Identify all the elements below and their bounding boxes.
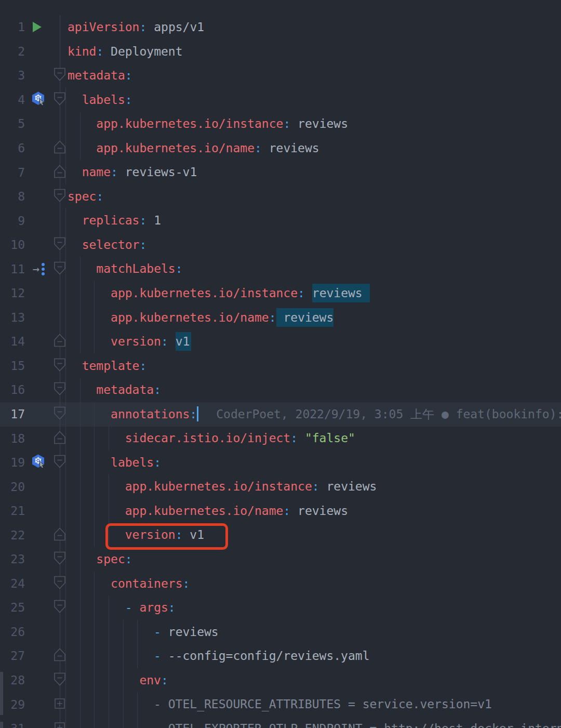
code-line-16[interactable]: 16metadata:	[0, 378, 561, 402]
fold-marker-expanded[interactable]	[53, 454, 66, 471]
code-line-8[interactable]: 8spec:	[0, 184, 561, 209]
fold-marker-expanded[interactable]	[53, 236, 66, 253]
code-line-26[interactable]: 26- reviews	[0, 620, 561, 644]
goto-related-icon[interactable]: →	[32, 263, 44, 275]
code-text[interactable]: selector:	[68, 233, 561, 257]
code-area[interactable]: 1apiVersion: apps/v12kind: Deployment3me…	[0, 15, 561, 728]
fold-marker-expanded[interactable]	[53, 67, 66, 84]
code-text[interactable]: app.kubernetes.io/instance: reviews	[68, 474, 561, 499]
fold-marker-expanded[interactable]	[53, 188, 66, 205]
code-text[interactable]: app.kubernetes.io/name: reviews	[68, 499, 561, 523]
yaml-key: template	[82, 359, 140, 373]
code-text[interactable]: app.kubernetes.io/name: reviews	[68, 136, 561, 161]
code-line-31[interactable]: 31- OTEL_EXPORTER_OTLP_ENDPOINT = http:/…	[0, 717, 561, 728]
code-line-25[interactable]: 25- args:	[0, 595, 561, 620]
code-line-15[interactable]: 15template:	[0, 354, 561, 378]
code-text[interactable]: labels:	[68, 88, 561, 112]
line-number: 19	[0, 456, 25, 469]
code-line-17[interactable]: 17annotations:CoderPoet, 2022/9/19, 3:05…	[0, 402, 561, 427]
code-text[interactable]: spec:	[68, 547, 561, 572]
code-line-11[interactable]: 11→matchLabels:	[0, 257, 561, 281]
fold-marker-region-end[interactable]	[53, 647, 66, 664]
code-line-28[interactable]: 28env:	[0, 668, 561, 693]
code-line-18[interactable]: 18sidecar.istio.io/inject: "false"	[0, 426, 561, 451]
indent-guide	[65, 499, 66, 523]
yaml-value: reviews	[161, 625, 219, 639]
code-line-3[interactable]: 3metadata:	[0, 63, 561, 88]
code-text[interactable]: labels:	[68, 451, 561, 475]
code-text[interactable]: spec:	[68, 184, 561, 209]
fold-marker-expanded[interactable]	[53, 599, 66, 616]
yaml-key: app.kubernetes.io/instance	[125, 480, 312, 493]
line-number: 20	[0, 480, 25, 494]
code-text[interactable]: env:	[68, 668, 561, 693]
code-text[interactable]: annotations:CoderPoet, 2022/9/19, 3:05 上…	[68, 402, 561, 427]
yaml-colon: :	[168, 601, 176, 614]
fold-marker-expanded[interactable]	[53, 551, 66, 567]
fold-marker-expanded[interactable]	[53, 381, 66, 398]
code-text[interactable]: name: reviews-v1	[68, 160, 561, 184]
fold-marker-region-end[interactable]	[53, 430, 66, 447]
code-line-23[interactable]: 23spec:	[0, 547, 561, 572]
fold-marker-region-end[interactable]	[53, 164, 66, 181]
code-line-21[interactable]: 21app.kubernetes.io/name: reviews	[0, 499, 561, 523]
folded-env-entry: - OTEL_RESOURCE_ATTRIBUTES = service.ver…	[154, 697, 492, 711]
run-play-icon[interactable]	[33, 22, 42, 32]
code-line-29[interactable]: 29- OTEL_RESOURCE_ATTRIBUTES = service.v…	[0, 692, 561, 717]
code-line-20[interactable]: 20app.kubernetes.io/instance: reviews	[0, 474, 561, 499]
git-blame-annotation[interactable]: CoderPoet, 2022/9/19, 3:05 上午 ● feat(boo…	[216, 407, 561, 421]
code-text[interactable]: - reviews	[68, 620, 561, 644]
code-text[interactable]: - args:	[68, 595, 561, 620]
fold-marker-expanded[interactable]	[53, 575, 66, 592]
code-text[interactable]: metadata:	[68, 378, 561, 402]
code-line-5[interactable]: 5app.kubernetes.io/instance: reviews	[0, 112, 561, 136]
code-text[interactable]: matchLabels:	[68, 257, 561, 281]
code-text[interactable]: - OTEL_EXPORTER_OTLP_ENDPOINT = http://h…	[68, 717, 561, 728]
code-line-2[interactable]: 2kind: Deployment	[0, 39, 561, 64]
kubernetes-icon[interactable]	[31, 454, 46, 471]
fold-marker-expanded[interactable]	[53, 406, 66, 422]
fold-marker-region-end[interactable]	[53, 333, 66, 350]
yaml-colon: :	[255, 141, 262, 155]
kubernetes-icon[interactable]	[31, 91, 46, 108]
code-line-10[interactable]: 10selector:	[0, 233, 561, 257]
fold-marker-expanded[interactable]	[53, 261, 66, 277]
code-line-19[interactable]: 19labels:	[0, 451, 561, 475]
fold-marker-expanded[interactable]	[53, 91, 66, 108]
fold-marker-region-end[interactable]	[53, 527, 66, 544]
code-line-27[interactable]: 27- --config=config/reviews.yaml	[0, 644, 561, 668]
code-text[interactable]: - --config=config/reviews.yaml	[68, 644, 561, 668]
code-text[interactable]: version: v1	[68, 329, 561, 354]
code-text[interactable]: app.kubernetes.io/instance: reviews	[68, 112, 561, 136]
code-text[interactable]: sidecar.istio.io/inject: "false"	[68, 426, 561, 451]
code-text[interactable]: app.kubernetes.io/name: reviews	[68, 306, 561, 330]
code-text[interactable]: containers:	[68, 572, 561, 596]
code-text[interactable]: - OTEL_RESOURCE_ATTRIBUTES = service.ver…	[68, 692, 561, 717]
code-line-12[interactable]: 12app.kubernetes.io/instance: reviews	[0, 281, 561, 306]
code-line-7[interactable]: 7name: reviews-v1	[0, 160, 561, 184]
fold-marker-collapsed[interactable]	[53, 720, 66, 728]
code-line-24[interactable]: 24containers:	[0, 572, 561, 596]
code-line-1[interactable]: 1apiVersion: apps/v1	[0, 15, 561, 39]
code-line-14[interactable]: 14version: v1	[0, 329, 561, 354]
code-text[interactable]: kind: Deployment	[68, 39, 561, 64]
code-text[interactable]: apiVersion: apps/v1	[68, 15, 561, 39]
line-number: 2	[0, 45, 25, 58]
yaml-value: reviews	[262, 141, 319, 155]
fold-marker-expanded[interactable]	[53, 672, 66, 689]
code-text[interactable]: metadata:	[68, 63, 561, 88]
code-line-4[interactable]: 4labels:	[0, 88, 561, 112]
code-line-13[interactable]: 13app.kubernetes.io/name: reviews	[0, 306, 561, 330]
code-text[interactable]: template:	[68, 354, 561, 378]
fold-marker-expanded[interactable]	[53, 358, 66, 374]
code-line-6[interactable]: 6app.kubernetes.io/name: reviews	[0, 136, 561, 161]
code-line-22[interactable]: 22version: v1	[0, 523, 561, 547]
fold-marker-collapsed[interactable]	[53, 696, 66, 713]
yaml-colon: :	[298, 286, 305, 300]
line-number: 17	[0, 407, 25, 421]
code-line-9[interactable]: 9replicas: 1	[0, 208, 561, 233]
code-text[interactable]: app.kubernetes.io/instance: reviews	[68, 281, 561, 306]
yaml-colon: :	[125, 552, 132, 566]
code-text[interactable]: replicas: 1	[68, 208, 561, 233]
fold-marker-region-end[interactable]	[53, 140, 66, 156]
